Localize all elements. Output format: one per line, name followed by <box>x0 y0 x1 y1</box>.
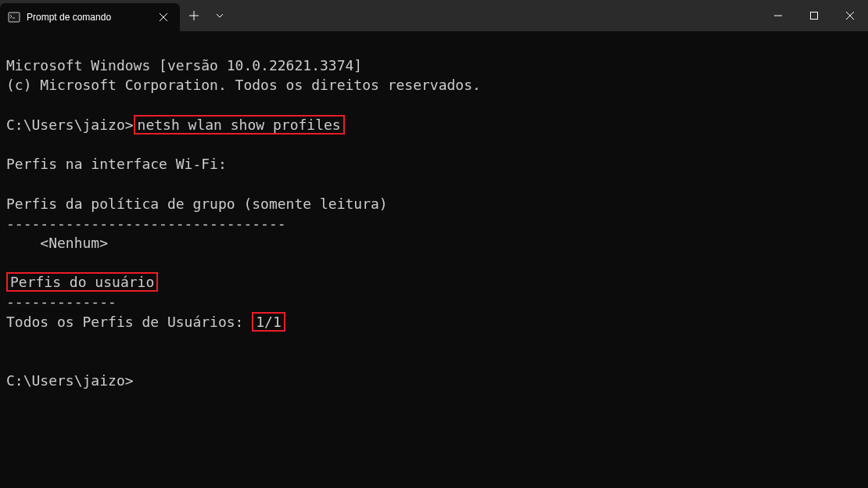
divider: --------------------------------- <box>6 214 862 233</box>
divider: ------------- <box>6 292 862 311</box>
window-titlebar: Prompt de comando <box>0 0 868 31</box>
active-tab[interactable]: Prompt de comando <box>0 3 180 31</box>
titlebar-tabs: Prompt de comando <box>0 0 231 31</box>
profile-label: Todos os Perfis de Usuários: <box>6 314 252 330</box>
svg-rect-7 <box>811 13 818 20</box>
copyright-line: (c) Microsoft Corporation. Todos os dire… <box>6 75 862 95</box>
highlighted-command: netsh wlan show profiles <box>134 115 345 135</box>
tab-title: Prompt de comando <box>27 12 149 23</box>
highlighted-user-profiles: Perfis do usuário <box>6 272 158 292</box>
command-line: C:\Users\jaizo>netsh wlan show profiles <box>6 115 862 135</box>
prompt: C:\Users\jaizo> <box>6 117 134 133</box>
highlighted-profile-value: 1/1 <box>252 312 285 332</box>
prompt-line: C:\Users\jaizo> <box>6 371 862 390</box>
tab-dropdown-button[interactable] <box>208 0 231 31</box>
profile-entry-line: Todos os Perfis de Usuários: 1/1 <box>6 312 862 332</box>
minimize-button[interactable] <box>760 0 796 31</box>
terminal-icon <box>8 11 20 23</box>
terminal-output[interactable]: Microsoft Windows [versão 10.0.22621.337… <box>0 31 868 415</box>
group-policy-header: Perfis da política de grupo (somente lei… <box>6 194 862 214</box>
none-entry: <Nenhum> <box>6 233 862 253</box>
version-line: Microsoft Windows [versão 10.0.22621.337… <box>6 56 862 75</box>
section-header: Perfis na interface Wi-Fi: <box>6 154 862 174</box>
maximize-button[interactable] <box>796 0 832 31</box>
window-controls <box>760 0 868 31</box>
close-tab-button[interactable] <box>155 9 172 25</box>
new-tab-button[interactable] <box>180 0 208 31</box>
user-profiles-line: Perfis do usuário <box>6 272 862 292</box>
svg-rect-0 <box>9 13 20 22</box>
close-window-button[interactable] <box>832 0 868 31</box>
